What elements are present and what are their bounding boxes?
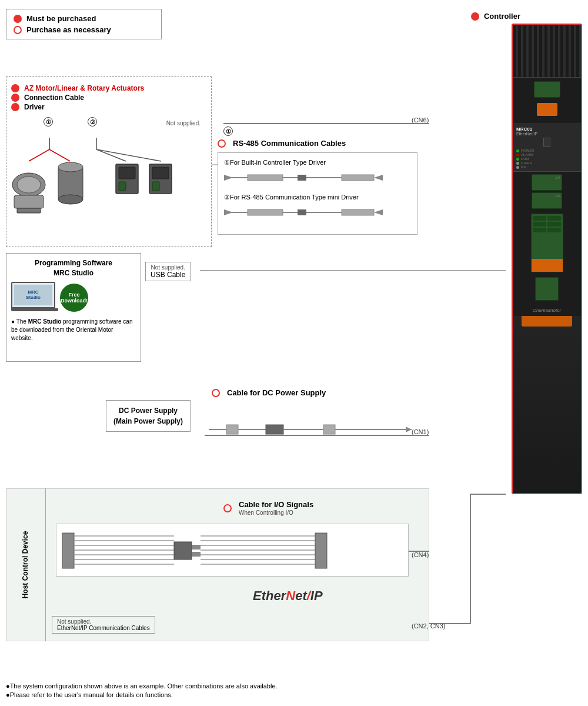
dot-empty-icon: [14, 26, 22, 34]
svg-point-12: [58, 195, 83, 204]
svg-marker-28: [224, 209, 233, 215]
controller-label: Controller: [471, 12, 520, 21]
svg-rect-21: [248, 175, 283, 181]
az-dot3: [11, 103, 19, 111]
ethernet-ip-area: EtherNet/IP: [253, 588, 323, 604]
svg-marker-20: [224, 175, 233, 181]
az-dot1: [11, 84, 19, 92]
rs485-inner: ①For Built-in Controller Type Driver ②Fo…: [218, 152, 417, 235]
svg-line-2: [49, 149, 70, 161]
not-supplied-usb: Not supplied.: [151, 264, 185, 271]
az-item-cable: Connection Cable: [11, 94, 206, 102]
dc-cable-label: Cable for DC Power Supply: [212, 388, 326, 397]
az-item-driver: Driver: [11, 103, 206, 111]
svg-rect-23: [298, 175, 306, 181]
prog-note: ● The MRC Studio programming software ca…: [11, 318, 136, 342]
io-cable-box: [56, 524, 409, 577]
svg-rect-43: [174, 542, 192, 560]
motor-diagram-svg: [11, 126, 199, 235]
mrc-logo-mini: MRC Studio: [26, 289, 41, 300]
footer-note2: ●Please refer to the user's manual for d…: [6, 691, 582, 698]
laptop-screen: MRC Studio: [11, 282, 55, 308]
cable-svg-2: [224, 204, 383, 221]
svg-line-5: [96, 149, 161, 161]
legend-must-purchase: Must be purchased: [14, 14, 154, 23]
az-box: AZ Motor/Linear & Rotary Actuators Conne…: [6, 76, 212, 247]
prog-title: Programming Software MRC Studio: [11, 258, 136, 278]
svg-rect-9: [17, 208, 41, 213]
svg-line-4: [96, 149, 126, 161]
svg-rect-15: [119, 182, 126, 191]
host-label-text: Host Control Device: [22, 531, 30, 599]
cn23-label: (CN2, CN3): [412, 622, 445, 630]
io-cable-svg: [56, 524, 409, 577]
footer-notes: ●The system configuration shown above is…: [6, 682, 582, 700]
usb-cable-box: Not supplied. USB Cable: [145, 262, 191, 281]
svg-rect-8: [14, 195, 44, 208]
rs485-title: RS-485 Communication Cables: [218, 139, 417, 148]
rs485-item1: ①For Built-in Controller Type Driver: [224, 159, 411, 187]
mrc-protocol-label: EtherNet/IP: [516, 132, 577, 136]
az-items: AZ Motor/Linear & Rotary Actuators Conne…: [11, 84, 206, 111]
controller-inner: MRC01 EtherNet/IP POWER ALARM: [513, 25, 581, 493]
dc-power-box: DC Power Supply (Main Power Supply): [106, 400, 191, 432]
svg-rect-44: [192, 545, 201, 550]
rs485-box: ① RS-485 Communication Cables ①For Built…: [218, 126, 417, 235]
brand-label: Orientalmotor: [533, 308, 561, 313]
svg-rect-45: [192, 552, 201, 557]
svg-rect-26: [342, 175, 374, 181]
az-dot2: [11, 94, 19, 102]
svg-rect-55: [226, 425, 238, 434]
cn1-label: (CN1): [412, 428, 429, 435]
svg-line-1: [29, 149, 49, 161]
when-controlling-text: When Controlling I/O: [239, 509, 313, 516]
free-download-badge: Free Download!: [60, 284, 88, 312]
svg-rect-14: [119, 167, 135, 179]
dc-cable-area: [209, 418, 412, 441]
motor-label1: ①: [44, 117, 53, 126]
svg-rect-34: [342, 209, 374, 215]
mrc-model-label: MRC01: [516, 126, 577, 132]
host-label-area: Host Control Device: [6, 488, 46, 641]
legend-purchase-necessary: Purchase as necessary: [14, 25, 154, 34]
svg-rect-17: [152, 167, 169, 179]
rs485-dot-icon: [218, 139, 226, 148]
svg-marker-33: [374, 209, 383, 215]
programming-box: Programming Software MRC Studio MRC Stud…: [6, 253, 141, 362]
ethernet-ip-logo: EtherNet/IP: [253, 588, 323, 604]
cable-svg-1: [224, 169, 383, 187]
io-cable-dot: [223, 504, 232, 512]
prog-laptop-area: MRC Studio Free Download!: [11, 282, 136, 314]
svg-rect-18: [152, 182, 159, 191]
svg-point-7: [17, 176, 41, 193]
dot-filled-icon: [14, 15, 22, 23]
dc-cable-dot: [212, 389, 220, 397]
motor-label2: ②: [88, 117, 97, 126]
ethernet-cables-box: Not supplied. EtherNet/IP Communication …: [52, 616, 155, 634]
svg-rect-29: [248, 209, 283, 215]
footer-note1: ●The system configuration shown above is…: [6, 682, 582, 690]
dc-cable-svg: [209, 418, 412, 441]
svg-point-11: [58, 162, 83, 172]
svg-marker-61: [406, 427, 412, 432]
io-cable-label: Cable for I/O Signals When Controlling I…: [223, 500, 313, 516]
laptop-icon: MRC Studio: [11, 282, 55, 314]
laptop-base: [11, 308, 58, 311]
laptop-screen-inner: MRC Studio: [14, 285, 52, 305]
cn4-label: (CN4): [412, 551, 429, 558]
az-item-motor: AZ Motor/Linear & Rotary Actuators: [11, 84, 206, 92]
svg-rect-31: [298, 209, 306, 215]
controller-dot-icon: [471, 12, 479, 21]
svg-rect-57: [266, 425, 283, 434]
svg-rect-35: [62, 533, 74, 568]
rs485-item2: ②For RS-485 Communication Type mini Driv…: [224, 194, 411, 221]
controller-box: MRC01 EtherNet/IP POWER ALARM: [512, 24, 582, 494]
cn6-label: (CN6): [412, 116, 429, 124]
svg-rect-53: [315, 533, 327, 568]
legend-box: Must be purchased Purchase as necessary: [6, 9, 162, 39]
svg-rect-59: [323, 425, 335, 434]
page-container: Must be purchased Purchase as necessary …: [0, 0, 588, 706]
svg-marker-25: [374, 175, 383, 181]
